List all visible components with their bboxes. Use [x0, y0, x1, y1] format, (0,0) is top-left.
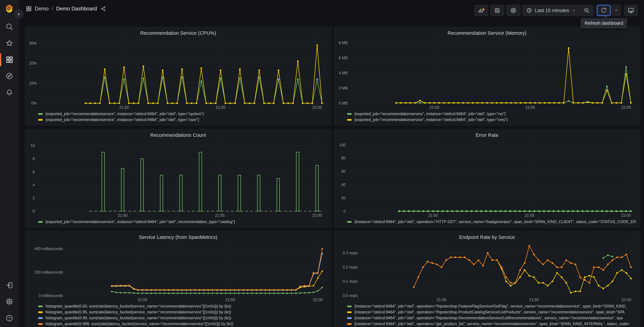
- chevron-down-icon: [614, 8, 618, 13]
- legend-swatch: [347, 119, 352, 121]
- refresh-dashboard-button[interactable]: [597, 5, 611, 16]
- chart-canvas[interactable]: 21:5021:5522:00020406080100: [337, 138, 637, 218]
- legend-label: {instance="otelcol:9464", job="otel", op…: [354, 220, 636, 224]
- sidebar-bottom-nav: ?: [0, 281, 19, 322]
- search-icon[interactable]: [6, 23, 13, 30]
- panel-title[interactable]: Endpoint Rate by Service: [337, 234, 637, 240]
- breadcrumb-separator: /: [52, 6, 53, 12]
- svg-text:21:50: 21:50: [430, 105, 439, 110]
- refresh-interval-dropdown[interactable]: [612, 5, 621, 16]
- grafana-logo[interactable]: [4, 3, 14, 14]
- panel-title[interactable]: Recommendation Service (Memory): [337, 30, 637, 36]
- share-icon[interactable]: [100, 6, 106, 12]
- legend: {exported_job="recommendationservice", i…: [28, 218, 328, 226]
- svg-text:40: 40: [341, 182, 346, 187]
- legend-item[interactable]: {instance="otelcol:9464", job="otel", op…: [347, 322, 637, 326]
- dashboard-grid: Recommendation Service (CPU%) 21:5021:55…: [25, 27, 640, 327]
- sidebar: ?: [0, 0, 19, 327]
- legend-item[interactable]: {instance="otelcol:9464", job="otel", op…: [347, 304, 637, 308]
- svg-text:0.1 req/s: 0.1 req/s: [343, 279, 358, 284]
- svg-text:21:50: 21:50: [138, 298, 148, 302]
- save-dashboard-button[interactable]: [490, 5, 504, 16]
- legend-item[interactable]: {instance="otelcol:9464", job="otel", op…: [347, 220, 637, 224]
- legend-item[interactable]: {exported_job="recommendationservice", i…: [347, 118, 637, 122]
- svg-text:4 MB: 4 MB: [338, 71, 348, 75]
- svg-text:21:55: 21:55: [216, 105, 226, 110]
- expand-sidebar-button[interactable]: [14, 10, 24, 19]
- chart-canvas[interactable]: 21:5021:5522:000%10%20%30%: [28, 36, 328, 110]
- svg-text:4: 4: [32, 183, 35, 187]
- chevron-down-icon: [572, 8, 576, 12]
- breadcrumb-folder[interactable]: Demo: [35, 6, 49, 12]
- legend-item[interactable]: {instance="otelcol:9464", job="otel", op…: [347, 316, 637, 320]
- svg-text:100: 100: [339, 143, 346, 147]
- chart-area[interactable]: 21:5021:5522:000246810: [28, 138, 328, 218]
- svg-text:8: 8: [32, 156, 35, 161]
- svg-text:21:55: 21:55: [529, 298, 539, 302]
- zoom-out-button[interactable]: [580, 5, 594, 16]
- svg-text:21:50: 21:50: [428, 213, 438, 218]
- svg-text:0.3 req/s: 0.3 req/s: [343, 251, 358, 255]
- svg-text:10: 10: [30, 143, 35, 148]
- panel-recommendation-cpu: Recommendation Service (CPU%) 21:5021:55…: [25, 27, 332, 126]
- svg-text:0 milliseconds: 0 milliseconds: [39, 294, 63, 298]
- chart-canvas[interactable]: 21:5021:5522:000246810: [28, 138, 328, 218]
- panel-title[interactable]: Recommendation Service (CPU%): [28, 30, 328, 36]
- svg-text:0.0 req/s: 0.0 req/s: [343, 294, 358, 298]
- svg-text:22:00: 22:00: [621, 213, 631, 218]
- chart-area[interactable]: 21:5021:5522:000%10%20%30%: [28, 36, 328, 110]
- panel-title[interactable]: Error Rate: [337, 132, 637, 138]
- panel-recommendations-count: Recommendations Count 21:5021:5522:00024…: [25, 129, 332, 228]
- svg-text:0: 0: [32, 209, 35, 213]
- svg-text:10%: 10%: [29, 81, 37, 86]
- chart-canvas[interactable]: 21:5021:5522:000 MB2 MB4 MB6 MB8 MB: [337, 36, 637, 110]
- legend-item[interactable]: {exported_job="recommendationservice", i…: [347, 112, 637, 116]
- chart-area[interactable]: 21:5021:5522:000.0 req/s0.1 req/s0.2 req…: [337, 240, 637, 302]
- chart-area[interactable]: 21:5021:5522:000 MB2 MB4 MB6 MB8 MB: [337, 36, 637, 110]
- svg-text:0: 0: [344, 209, 346, 213]
- panel-endpoint-rate: Endpoint Rate by Service 21:5021:5522:00…: [334, 231, 640, 327]
- sign-in-icon[interactable]: [6, 281, 13, 289]
- chart-canvas[interactable]: 21:5021:5522:000.0 req/s0.1 req/s0.2 req…: [337, 240, 637, 302]
- legend-item[interactable]: {exported_job="recommendationservice", i…: [38, 112, 328, 116]
- chart-area[interactable]: 21:5021:5522:000 milliseconds200 millise…: [28, 240, 328, 302]
- tooltip-text: Refresh dashboard: [584, 21, 623, 26]
- add-panel-button[interactable]: [474, 5, 488, 16]
- starred-icon[interactable]: [6, 39, 13, 47]
- time-range-picker[interactable]: Last 15 minutes: [522, 5, 580, 16]
- svg-text:?: ?: [8, 316, 10, 320]
- kiosk-mode-button[interactable]: [624, 5, 638, 16]
- header: Demo / Demo Dashboard Last 15 minutes: [19, 0, 644, 22]
- breadcrumb: Demo / Demo Dashboard: [26, 6, 106, 12]
- clock-icon: [526, 8, 532, 13]
- sidebar-item-dashboards[interactable]: [6, 56, 13, 64]
- legend-item[interactable]: {exported_job="recommendationservice", i…: [38, 220, 328, 224]
- legend-item[interactable]: {instance="otelcol:9464", job="otel", op…: [347, 310, 637, 314]
- chart-area[interactable]: 21:5021:5522:00020406080100: [337, 138, 637, 218]
- dashboard-settings-button[interactable]: [506, 5, 520, 16]
- legend-item[interactable]: histogram_quantile(0.50, sum(rate(latenc…: [38, 304, 328, 308]
- panel-title[interactable]: Recommendations Count: [28, 132, 328, 138]
- sidebar-nav: [0, 23, 19, 96]
- panel-title[interactable]: Service Latency (from SpanMetrics): [28, 234, 328, 240]
- svg-text:20: 20: [341, 196, 346, 200]
- settings-gear-icon[interactable]: [6, 298, 13, 306]
- svg-text:2: 2: [32, 196, 35, 200]
- svg-text:6: 6: [32, 170, 35, 174]
- svg-text:2 MB: 2 MB: [338, 86, 348, 90]
- active-item-indicator: [0, 53, 1, 66]
- breadcrumb-dashboard-title[interactable]: Demo Dashboard: [56, 6, 97, 12]
- legend-swatch: [38, 323, 43, 325]
- legend-item[interactable]: histogram_quantile(0.95, sum(rate(latenc…: [38, 310, 328, 314]
- legend-swatch: [347, 312, 352, 313]
- legend-label: {exported_job="recommendationservice", i…: [354, 112, 506, 116]
- explore-compass-icon[interactable]: [6, 72, 13, 80]
- legend-item[interactable]: histogram_quantile(0.99, sum(rate(latenc…: [38, 316, 328, 320]
- svg-text:30%: 30%: [29, 41, 37, 46]
- help-icon[interactable]: ?: [6, 314, 13, 322]
- legend-item[interactable]: histogram_quantile(0.999, sum(rate(laten…: [38, 322, 328, 326]
- alerting-bell-icon[interactable]: [6, 89, 13, 96]
- chart-canvas[interactable]: 21:5021:5522:000 milliseconds200 millise…: [28, 240, 328, 302]
- legend-item[interactable]: {exported_job="recommendationservice", i…: [38, 118, 328, 122]
- legend-swatch: [347, 113, 352, 115]
